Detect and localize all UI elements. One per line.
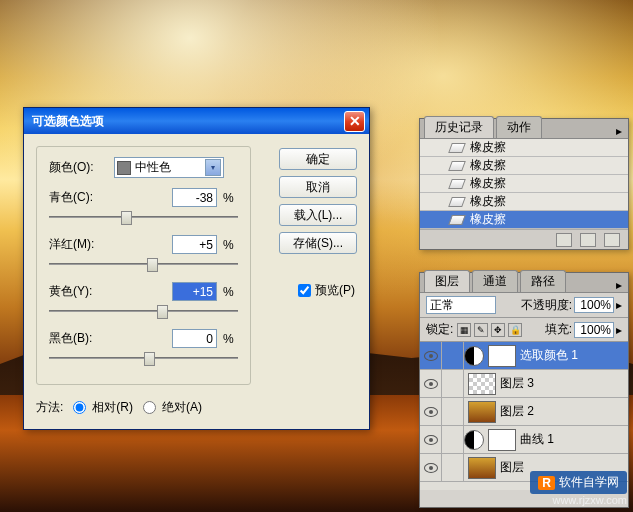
slider-thumb[interactable]: [147, 258, 158, 272]
lock-label: 锁定:: [426, 321, 453, 338]
watermark: R软件自学网 www.rjzxw.com: [530, 471, 627, 506]
chevron-down-icon[interactable]: ▸: [616, 298, 622, 312]
adjustment-icon: [464, 430, 484, 450]
trash-icon[interactable]: [604, 233, 620, 247]
eye-icon: [424, 379, 438, 389]
lock-paint-icon[interactable]: ✎: [474, 323, 488, 337]
fill-label: 填充:: [545, 321, 572, 338]
method-absolute-radio[interactable]: [143, 401, 156, 414]
eye-icon: [424, 435, 438, 445]
opacity-input[interactable]: 100%: [574, 297, 614, 313]
layer-name: 图层 2: [500, 403, 534, 420]
layer-mask: [488, 345, 516, 367]
history-item-label: 橡皮擦: [470, 211, 506, 228]
slider-track[interactable]: [49, 209, 238, 225]
panel-menu-icon[interactable]: ▸: [610, 278, 628, 292]
eraser-icon: [448, 161, 466, 171]
history-item-label: 橡皮擦: [470, 157, 506, 174]
new-doc-icon[interactable]: [580, 233, 596, 247]
tab-paths[interactable]: 路径: [520, 270, 566, 292]
lock-move-icon[interactable]: ✥: [491, 323, 505, 337]
history-item-label: 橡皮擦: [470, 139, 506, 156]
method-relative-label: 相对(R): [92, 399, 133, 416]
layer-item[interactable]: 图层 3: [420, 370, 628, 398]
eraser-icon: [448, 179, 466, 189]
tab-channels[interactable]: 通道: [472, 270, 518, 292]
visibility-toggle[interactable]: [420, 454, 442, 482]
dialog-titlebar[interactable]: 可选颜色选项 ✕: [24, 108, 369, 134]
save-button[interactable]: 存储(S)...: [279, 232, 357, 254]
method-row: 方法: 相对(R) 绝对(A): [36, 399, 357, 416]
eraser-icon: [448, 143, 466, 153]
panel-menu-icon[interactable]: ▸: [610, 124, 628, 138]
layer-thumbnail: [468, 401, 496, 423]
visibility-toggle[interactable]: [420, 426, 442, 454]
chevron-down-icon[interactable]: ▾: [205, 159, 221, 176]
lock-transparency-icon[interactable]: ▦: [457, 323, 471, 337]
slider-track[interactable]: [49, 350, 238, 366]
history-panel: 历史记录 动作 ▸ 橡皮擦 橡皮擦 橡皮擦 橡皮擦 橡皮擦: [419, 118, 629, 250]
close-icon[interactable]: ✕: [344, 111, 365, 132]
lock-all-icon[interactable]: 🔒: [508, 323, 522, 337]
eraser-icon: [448, 215, 466, 225]
chevron-down-icon[interactable]: ▸: [616, 323, 622, 337]
method-label: 方法:: [36, 399, 63, 416]
slider-label: 黑色(B):: [49, 330, 109, 347]
method-relative-radio[interactable]: [73, 401, 86, 414]
layer-name: 曲线 1: [520, 431, 554, 448]
slider-thumb[interactable]: [121, 211, 132, 225]
visibility-toggle[interactable]: [420, 370, 442, 398]
ok-button[interactable]: 确定: [279, 148, 357, 170]
dialog-title: 可选颜色选项: [28, 113, 344, 130]
layer-item[interactable]: 选取颜色 1: [420, 342, 628, 370]
history-item[interactable]: 橡皮擦: [420, 193, 628, 211]
history-item[interactable]: 橡皮擦: [420, 157, 628, 175]
snapshot-icon[interactable]: [556, 233, 572, 247]
cancel-button[interactable]: 取消: [279, 176, 357, 198]
history-item-label: 橡皮擦: [470, 193, 506, 210]
link-col[interactable]: [442, 454, 464, 482]
slider-value-input[interactable]: [172, 235, 217, 254]
layer-name: 选取颜色 1: [520, 347, 578, 364]
history-item-label: 橡皮擦: [470, 175, 506, 192]
percent-label: %: [223, 191, 238, 205]
preview-checkbox[interactable]: [298, 284, 311, 297]
slider-label: 黄色(Y):: [49, 283, 109, 300]
tab-history[interactable]: 历史记录: [424, 116, 494, 138]
eye-icon: [424, 407, 438, 417]
layer-item[interactable]: 曲线 1: [420, 426, 628, 454]
slider-value-input[interactable]: [172, 329, 217, 348]
history-item[interactable]: 橡皮擦: [420, 139, 628, 157]
percent-label: %: [223, 285, 238, 299]
slider-track[interactable]: [49, 303, 238, 319]
color-dropdown[interactable]: 中性色 ▾: [114, 157, 224, 178]
percent-label: %: [223, 238, 238, 252]
history-item[interactable]: 橡皮擦: [420, 175, 628, 193]
fill-input[interactable]: 100%: [574, 322, 614, 338]
visibility-toggle[interactable]: [420, 342, 442, 370]
link-col[interactable]: [442, 426, 464, 454]
slider-track[interactable]: [49, 256, 238, 272]
layer-thumbnail: [468, 457, 496, 479]
layer-mask: [488, 429, 516, 451]
layer-name: 图层: [500, 459, 524, 476]
tab-actions[interactable]: 动作: [496, 116, 542, 138]
link-col[interactable]: [442, 370, 464, 398]
layer-item[interactable]: 图层 2: [420, 398, 628, 426]
link-col[interactable]: [442, 398, 464, 426]
slider-thumb[interactable]: [144, 352, 155, 366]
slider-label: 洋红(M):: [49, 236, 109, 253]
history-item[interactable]: 橡皮擦: [420, 211, 628, 229]
slider-label: 青色(C):: [49, 189, 109, 206]
eye-icon: [424, 463, 438, 473]
slider-value-input[interactable]: [172, 282, 217, 301]
load-button[interactable]: 载入(L)...: [279, 204, 357, 226]
slider-value-input[interactable]: [172, 188, 217, 207]
blend-mode-select[interactable]: 正常: [426, 296, 496, 314]
selective-color-dialog: 可选颜色选项 ✕ 颜色(O): 中性色 ▾ 青色(C): % 洋红(M): %: [23, 107, 370, 430]
visibility-toggle[interactable]: [420, 398, 442, 426]
layer-name: 图层 3: [500, 375, 534, 392]
link-col[interactable]: [442, 342, 464, 370]
tab-layers[interactable]: 图层: [424, 270, 470, 292]
slider-thumb[interactable]: [157, 305, 168, 319]
